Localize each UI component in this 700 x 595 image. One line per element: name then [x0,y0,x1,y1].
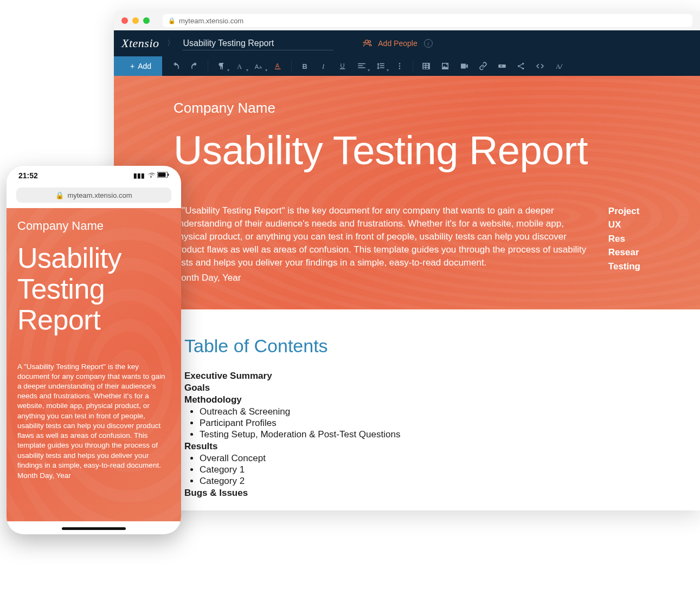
plus-icon: + [130,62,134,70]
font-color-button[interactable]: A [269,56,287,76]
add-people-button[interactable]: + Add People i [363,38,432,49]
document-canvas[interactable]: Company Name Usability Testing Report A … [114,76,700,510]
table-button[interactable] [417,56,435,76]
info-icon[interactable]: i [424,39,433,48]
toc-item[interactable]: Goals [184,383,630,393]
svg-text:A: A [255,63,259,70]
hero-meta-line: Testing [608,260,640,274]
link-button[interactable] [474,56,492,76]
svg-text:A: A [237,63,242,70]
hero-metadata[interactable]: Project UX Res Resear Testing [608,204,640,284]
breadcrumb-chevron-icon: 〉 [167,38,175,48]
typography-button[interactable]: A [550,56,568,76]
font-family-button[interactable]: A▾ [231,56,249,76]
svg-point-12 [399,63,400,64]
svg-text:A: A [275,62,280,69]
svg-text:A: A [556,63,561,70]
document-heading[interactable]: Usability Testing Report [174,130,640,172]
image-button[interactable] [436,56,454,76]
svg-point-1 [369,40,371,42]
toc-subitem[interactable]: Outreach & Screening [200,406,630,417]
video-button[interactable] [455,56,473,76]
hero-section: Company Name Usability Testing Report A … [114,76,700,309]
svg-text:B: B [500,64,503,68]
traffic-lights [121,17,150,24]
hero-meta-line: Project [608,204,640,218]
hero-date[interactable]: Month Day, Year [174,273,592,283]
url-bar[interactable]: 🔒 myteam.xtensio.com [163,14,692,27]
toc-item[interactable]: Executive Summary [184,371,630,381]
mobile-description: A "Usability Testing Report" is the key … [17,362,170,470]
add-label: Add [138,62,151,70]
undo-button[interactable] [166,56,185,76]
italic-button[interactable]: I [314,56,333,76]
mobile-document[interactable]: Company Name Usability Testing Report A … [7,208,181,521]
svg-point-13 [399,66,400,67]
svg-point-19 [522,68,524,69]
font-size-button[interactable]: AA▾ [250,56,268,76]
hero-meta-line: UX Res [608,218,640,245]
svg-point-17 [518,65,519,67]
mobile-url-bar[interactable]: 🔒 myteam.xtensio.com [16,187,171,203]
paragraph-style-button[interactable]: ▾ [212,56,230,76]
svg-rect-22 [158,173,166,177]
hero-description[interactable]: A "Usability Testing Report" is the key … [174,204,592,270]
svg-text:I: I [322,63,325,70]
add-people-label: Add People [378,39,417,48]
toc-item[interactable]: Bugs & Issues [184,488,630,499]
desktop-browser-window: 🔒 myteam.xtensio.com Xtensio 〉 Usability… [114,11,700,510]
line-height-button[interactable]: ▾ [371,56,390,76]
svg-rect-7 [275,69,281,70]
mobile-home-indicator[interactable] [62,527,126,530]
document-title-input[interactable]: Usability Testing Report [182,37,334,50]
mobile-company-name: Company Name [17,219,170,233]
app-logo[interactable]: Xtensio [121,36,159,50]
mobile-document-heading: Usability Testing Report [17,243,170,336]
mobile-date: Month Day, Year [17,471,170,480]
maximize-window-button[interactable] [143,17,150,24]
toc-item[interactable]: Methodology [184,394,630,405]
bold-button[interactable]: B [296,56,314,76]
code-button[interactable] [531,56,549,76]
more-format-button[interactable] [390,56,409,76]
align-button[interactable]: ▾ [352,56,371,76]
svg-point-18 [522,63,524,64]
svg-point-0 [365,40,368,42]
toc-subitem[interactable]: Participant Profiles [200,418,630,429]
svg-text:B: B [303,62,307,70]
company-name[interactable]: Company Name [174,100,640,117]
add-block-button[interactable]: + Add [114,56,162,76]
battery-icon [157,172,169,179]
add-people-icon: + [363,38,374,49]
browser-chrome: 🔒 myteam.xtensio.com [114,11,700,30]
svg-text:+: + [363,40,365,46]
close-window-button[interactable] [121,17,128,24]
toc-heading[interactable]: Table of Contents [184,335,630,357]
content-section[interactable]: Table of Contents Executive Summary Goal… [114,309,700,510]
wifi-icon [147,172,155,180]
toc-subitem[interactable]: Testing Setup, Moderation & Post-Test Qu… [200,429,630,440]
underline-button[interactable]: U [333,56,352,76]
toc-item[interactable]: Results [184,441,630,452]
mobile-status-bar: 21:52 ▮▮▮ [7,166,181,185]
mobile-preview: 21:52 ▮▮▮ 🔒 myteam.xtensio.com Company N… [7,166,181,534]
svg-rect-23 [168,174,169,176]
url-text: myteam.xtensio.com [179,17,243,25]
lock-icon: 🔒 [168,17,176,24]
svg-text:A: A [259,65,262,70]
share-button[interactable] [512,56,530,76]
signal-icon: ▮▮▮ [133,172,145,179]
toc-subitem[interactable]: Overall Concept [200,453,630,464]
editor-toolbar: + Add ▾ A▾ AA▾ A B I U ▾ ▾ B A [114,56,700,76]
toc-subitem[interactable]: Category 2 [200,476,630,487]
minimize-window-button[interactable] [132,17,139,24]
mobile-url-text: myteam.xtensio.com [67,191,132,199]
button-insert-button[interactable]: B [493,56,511,76]
redo-button[interactable] [185,56,204,76]
svg-rect-11 [340,69,345,69]
mobile-status-icons: ▮▮▮ [133,172,169,180]
app-header: Xtensio 〉 Usability Testing Report + Add… [114,30,700,56]
mobile-time: 21:52 [18,171,38,180]
toc-subitem[interactable]: Category 1 [200,464,630,475]
svg-text:U: U [341,62,345,69]
